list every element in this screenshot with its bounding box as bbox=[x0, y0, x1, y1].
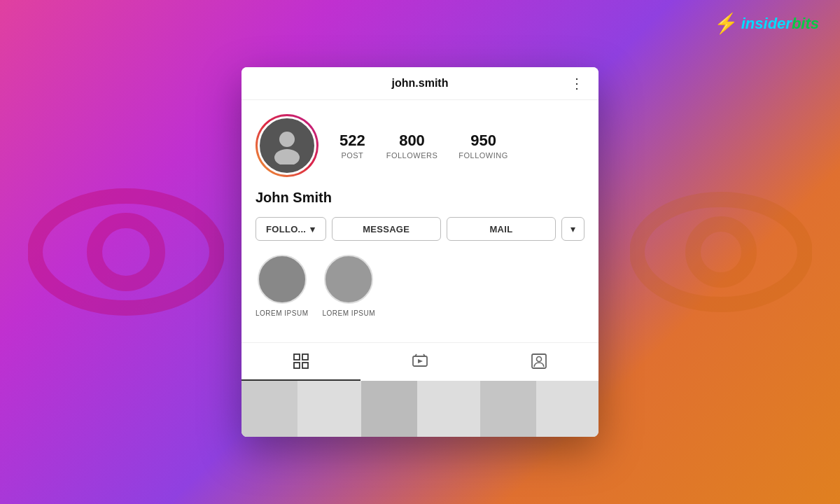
insiderbits-logo: ⚡ insiderbits bbox=[714, 14, 819, 34]
stat-following: 950 Following bbox=[458, 132, 508, 160]
avatar-icon bbox=[268, 127, 306, 164]
svg-rect-8 bbox=[294, 363, 300, 368]
following-label: Following bbox=[458, 151, 508, 160]
svg-point-3 bbox=[693, 224, 749, 280]
posts-grid bbox=[241, 381, 598, 437]
logo-bolt-icon: ⚡ bbox=[714, 14, 738, 34]
app-container: john.smith ⋮ 522 POST bbox=[241, 67, 598, 437]
username-text: john.smith bbox=[392, 77, 449, 90]
svg-point-14 bbox=[537, 357, 542, 362]
tab-grid[interactable] bbox=[241, 343, 360, 381]
avatar-inner bbox=[258, 116, 316, 175]
highlights-section: LOREM IPSUM LOREM IPSUM bbox=[255, 255, 584, 331]
tab-tagged[interactable] bbox=[479, 343, 598, 381]
tabs-bar bbox=[241, 342, 598, 381]
grid-icon bbox=[293, 353, 309, 370]
svg-point-4 bbox=[279, 132, 295, 147]
highlight-item-2[interactable]: LOREM IPSUM bbox=[323, 255, 376, 317]
followers-count: 800 bbox=[399, 132, 425, 150]
reels-icon bbox=[412, 353, 428, 370]
eye-right-decoration bbox=[630, 186, 812, 318]
followers-label: FOLLOWERS bbox=[386, 151, 438, 160]
stats-items: 522 POST 800 FOLLOWERS 950 Following bbox=[340, 132, 584, 160]
logo-text: insiderbits bbox=[741, 15, 819, 33]
stat-followers: 800 FOLLOWERS bbox=[386, 132, 438, 160]
stats-row: 522 POST 800 FOLLOWERS 950 Following bbox=[255, 114, 584, 177]
tagged-icon bbox=[531, 353, 547, 370]
svg-point-5 bbox=[274, 149, 300, 164]
highlight-label-1: LOREM IPSUM bbox=[255, 309, 309, 317]
dropdown-chevron-icon: ▾ bbox=[570, 223, 575, 234]
stat-posts: 522 POST bbox=[340, 132, 365, 160]
tab-reels[interactable] bbox=[360, 343, 479, 381]
highlight-circle-1 bbox=[258, 255, 307, 304]
svg-point-1 bbox=[94, 220, 158, 284]
following-count: 950 bbox=[470, 132, 496, 150]
mail-button[interactable]: MAIL bbox=[447, 217, 556, 241]
eye-left-decoration bbox=[28, 182, 224, 322]
svg-rect-9 bbox=[302, 363, 308, 368]
follow-label: FOLLO... bbox=[266, 224, 306, 234]
highlight-label-2: LOREM IPSUM bbox=[323, 309, 376, 317]
display-name: John Smith bbox=[255, 190, 584, 206]
follow-button[interactable]: FOLLO... ▾ bbox=[255, 217, 326, 241]
highlight-item-1[interactable]: LOREM IPSUM bbox=[255, 255, 309, 317]
more-actions-button[interactable]: ▾ bbox=[561, 217, 584, 241]
svg-point-2 bbox=[637, 200, 805, 304]
more-options-icon[interactable]: ⋮ bbox=[570, 76, 584, 90]
action-buttons: FOLLO... ▾ MESSAGE MAIL ▾ bbox=[255, 217, 584, 241]
profile-info-section: 522 POST 800 FOLLOWERS 950 Following Joh… bbox=[241, 100, 598, 342]
post-cell-1[interactable] bbox=[241, 381, 298, 437]
svg-rect-7 bbox=[302, 354, 308, 360]
post-cell-2[interactable] bbox=[361, 381, 417, 437]
avatar-wrap[interactable] bbox=[255, 114, 318, 177]
posts-count: 522 bbox=[340, 132, 365, 150]
profile-header: john.smith ⋮ bbox=[241, 67, 598, 100]
highlight-circle-2 bbox=[324, 255, 373, 304]
follow-chevron-icon: ▾ bbox=[310, 224, 315, 234]
message-button[interactable]: MESSAGE bbox=[332, 217, 441, 241]
post-cell-3[interactable] bbox=[480, 381, 536, 437]
svg-rect-6 bbox=[294, 354, 300, 360]
posts-label: POST bbox=[341, 151, 363, 160]
